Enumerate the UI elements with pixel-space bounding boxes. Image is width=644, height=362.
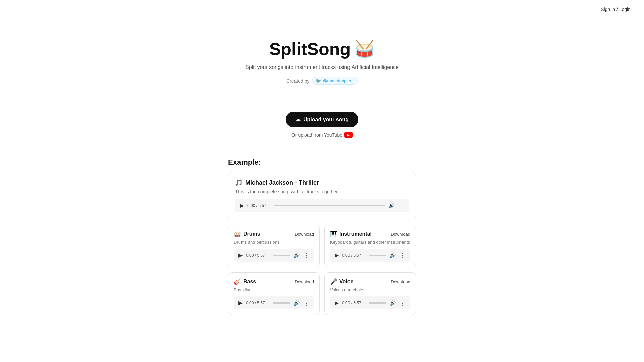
track-time-2: 0:00 / 5:57 [246,301,269,305]
full-song-time: 0:00 / 5:57 [247,203,271,208]
track-download-link-1[interactable]: Download [391,232,410,237]
track-time-0: 0:00 / 5:57 [246,253,269,258]
example-heading: Example: [228,158,416,167]
track-name-3: Voice [339,279,354,285]
track-player-1: ▶ 0:00 / 5:57 🔊 ⋮ [330,249,410,262]
track-desc-3: Voices and choirs [330,287,410,292]
full-song-more-button[interactable]: ⋮ [398,203,404,209]
youtube-upload-row[interactable]: Or upload from YouTube ▶ [291,132,353,138]
track-more-button-2[interactable]: ⋮ [303,300,309,306]
track-header-1: 🎹 Instrumental Download [330,230,410,238]
track-name-row-2: 🎸 Bass [234,278,256,285]
track-volume-button-1[interactable]: 🔊 [390,252,396,258]
track-name-0: Drums [243,231,260,237]
track-header-2: 🎸 Bass Download [234,278,314,285]
upload-icon: ☁ [295,116,301,123]
track-emoji-0: 🥁 [234,230,241,238]
track-progress-bar-0[interactable] [273,255,290,256]
upload-button[interactable]: ☁ Upload your song [286,112,358,127]
song-title-row: 🎵 Michael Jackson - Thriller [235,179,409,186]
track-volume-button-3[interactable]: 🔊 [390,300,396,306]
track-desc-1: Keyboards, guitars and other instruments [330,240,410,245]
youtube-play-icon: ▶ [347,133,350,137]
full-song-play-button[interactable]: ▶ [240,202,244,209]
brand-emoji: 🥁 [355,40,375,58]
track-download-link-3[interactable]: Download [391,279,410,284]
track-more-button-0[interactable]: ⋮ [303,252,309,258]
full-song-volume-button[interactable]: 🔊 [388,203,395,209]
track-name-row-1: 🎹 Instrumental [330,230,372,238]
tagline: Split your songs into instrument tracks … [245,64,399,70]
upload-button-label: Upload your song [303,117,349,123]
track-name-1: Instrumental [339,231,372,237]
track-progress-bar-3[interactable] [369,302,386,304]
created-by-row: Created by 🐦 @markdoppler_ [286,77,358,85]
track-time-1: 0:00 / 5:57 [342,253,366,258]
music-note-icon: 🎵 [235,179,243,186]
full-song-current-time: 0:00 [247,203,255,208]
track-play-button-3[interactable]: ▶ [335,300,339,306]
track-header-3: 🎤 Voice Download [330,278,410,285]
track-name-row-0: 🥁 Drums [234,230,260,238]
track-player-3: ▶ 0:00 / 5:57 🔊 ⋮ [330,296,410,309]
track-card-voice: 🎤 Voice Download Voices and choirs ▶ 0:0… [324,272,416,315]
track-volume-button-0[interactable]: 🔊 [293,252,300,258]
track-more-button-3[interactable]: ⋮ [399,300,406,306]
track-desc-2: Bass line [234,287,314,292]
signin-link[interactable]: Sign in / Login [601,7,631,12]
track-play-button-1[interactable]: ▶ [335,252,339,258]
track-volume-button-2[interactable]: 🔊 [293,300,300,306]
track-download-link-0[interactable]: Download [294,232,314,237]
track-time-3: 0:00 / 5:57 [342,301,366,305]
song-description: This is the complete song, with all trac… [235,189,409,194]
full-song-player: ▶ 0:00 / 5:57 🔊 ⋮ [235,199,409,212]
track-player-2: ▶ 0:00 / 5:57 🔊 ⋮ [234,296,314,309]
track-emoji-1: 🎹 [330,230,337,238]
track-more-button-1[interactable]: ⋮ [399,252,406,258]
twitter-badge[interactable]: 🐦 @markdoppler_ [312,77,358,85]
brand-name-text: SplitSong [269,39,351,59]
track-player-0: ▶ 0:00 / 5:57 🔊 ⋮ [234,249,314,262]
track-card-instrumental: 🎹 Instrumental Download Keyboards, guita… [324,225,416,267]
youtube-icon: ▶ [344,132,353,138]
full-song-card: 🎵 Michael Jackson - Thriller This is the… [228,172,416,219]
header: Sign in / Login [0,0,644,19]
track-progress-bar-1[interactable] [369,255,386,256]
track-play-button-0[interactable]: ▶ [238,252,243,258]
track-download-link-2[interactable]: Download [294,279,314,284]
track-name-row-3: 🎤 Voice [330,278,354,285]
track-play-button-2[interactable]: ▶ [238,300,243,306]
twitter-handle: @markdoppler_ [323,78,354,83]
youtube-upload-label: Or upload from YouTube [291,132,342,138]
full-song-progress-bar[interactable] [274,205,385,206]
track-card-drums: 🥁 Drums Download Drums and percussions ▶… [228,225,320,267]
track-emoji-3: 🎤 [330,278,337,285]
upload-section: ☁ Upload your song Or upload from YouTub… [0,112,644,138]
brand-title: SplitSong 🥁 [269,39,375,59]
created-by-label: Created by [286,78,309,84]
example-section: Example: 🎵 Michael Jackson - Thriller Th… [221,158,423,335]
track-name-2: Bass [243,279,256,285]
tracks-grid: 🥁 Drums Download Drums and percussions ▶… [228,225,416,315]
twitter-icon: 🐦 [316,78,321,83]
song-title: Michael Jackson - Thriller [245,179,319,186]
hero-section: SplitSong 🥁 Split your songs into instru… [0,19,644,112]
track-card-bass: 🎸 Bass Download Bass line ▶ 0:00 / 5:57 … [228,272,320,315]
track-header-0: 🥁 Drums Download [234,230,314,238]
full-song-total-time: 5:57 [258,203,266,208]
track-progress-bar-2[interactable] [273,302,290,304]
track-desc-0: Drums and percussions [234,240,314,245]
track-emoji-2: 🎸 [234,278,241,285]
